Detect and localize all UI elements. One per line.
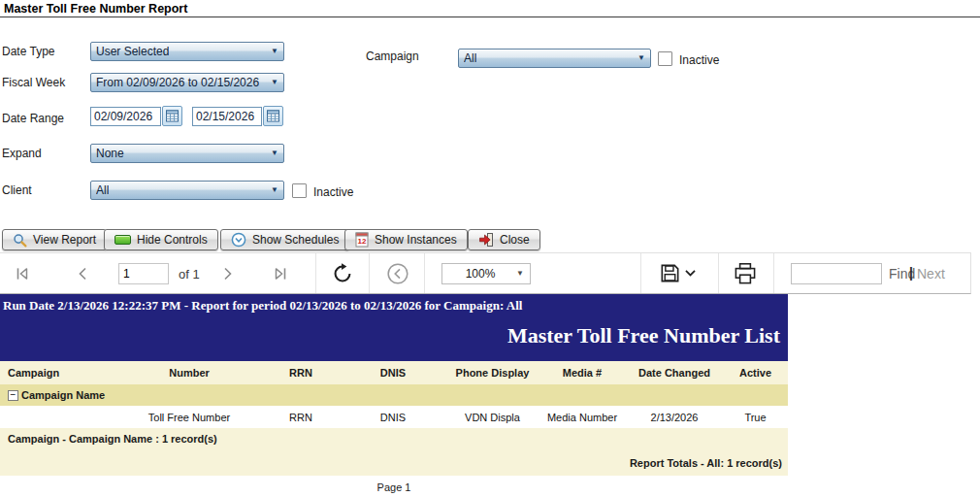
date-end-input[interactable]	[192, 107, 262, 126]
campaign-inactive-checkbox[interactable]	[658, 51, 672, 66]
exit-door-icon	[478, 232, 494, 248]
cell-phone-display: VDN Displa	[446, 412, 539, 423]
show-schedules-label: Show Schedules	[252, 233, 339, 247]
campaign-group-row: − Campaign Name	[0, 384, 788, 406]
toolbar-separator	[369, 253, 370, 293]
campaign-value: All	[464, 51, 476, 65]
column-header: Campaign	[0, 367, 116, 379]
report-run-line: Run Date 2/13/2026 12:22:37 PM - Report …	[3, 298, 522, 314]
group-record-count: Campaign - Campaign Name : 1 record(s)	[8, 433, 217, 445]
chevron-down-icon	[684, 267, 697, 280]
report-header-band: Run Date 2/13/2026 12:22:37 PM - Report …	[0, 294, 788, 361]
fiscal-week-value: From 02/09/2026 to 02/15/2026	[96, 76, 259, 89]
date-start-input[interactable]	[90, 107, 161, 126]
show-schedules-button[interactable]: Show Schedules	[220, 229, 349, 250]
search-icon	[13, 233, 27, 248]
column-header: RRN	[262, 367, 340, 379]
save-icon	[660, 263, 680, 283]
zoom-value: 100%	[448, 267, 512, 281]
panel-icon	[114, 235, 131, 245]
campaign-label: Campaign	[366, 50, 419, 63]
campaign-group-label: Campaign Name	[21, 389, 105, 401]
calendar-page-icon: 12	[355, 232, 369, 248]
chevron-down-icon: ▼	[267, 186, 278, 194]
cell-rrn: RRN	[262, 412, 340, 423]
date-start-calendar-button[interactable]	[162, 106, 182, 126]
calendar-icon	[166, 110, 179, 122]
column-header: Active	[723, 367, 788, 379]
zoom-dropdown[interactable]: 100% ▼	[441, 263, 531, 284]
toolbar-separator	[773, 253, 774, 293]
toolbar-separator	[315, 253, 316, 293]
client-inactive-label: Inactive	[313, 185, 353, 199]
chevron-down-icon: ▼	[267, 79, 278, 86]
close-button[interactable]: Close	[468, 229, 540, 250]
date-type-dropdown[interactable]: User Selected ▼	[90, 42, 284, 61]
app-window: Master Toll Free Number Report Date Type…	[0, 0, 980, 497]
printer-icon	[734, 262, 757, 285]
show-instances-button[interactable]: 12 Show Instances	[344, 229, 468, 250]
report-footer-block: Campaign - Campaign Name : 1 record(s) R…	[0, 428, 788, 476]
report-title: Master Toll Free Number List	[507, 323, 780, 348]
find-next-separator: |	[909, 265, 913, 281]
svg-text:12: 12	[358, 237, 367, 246]
chevron-down-icon: ▼	[512, 270, 524, 278]
fiscal-week-dropdown[interactable]: From 02/09/2026 to 02/15/2026 ▼	[90, 73, 284, 92]
view-report-label: View Report	[33, 233, 96, 247]
date-end-calendar-button[interactable]	[263, 106, 283, 126]
client-dropdown[interactable]: All ▼	[90, 181, 284, 200]
table-row: Toll Free Number RRN DNIS VDN Displa Med…	[0, 406, 788, 428]
toolbar-separator	[640, 253, 641, 293]
report-column-headers: Campaign Number RRN DNIS Phone Display M…	[0, 361, 788, 384]
hide-controls-button[interactable]: Hide Controls	[104, 229, 218, 250]
report-viewer-toolbar: of 1 100%	[0, 252, 971, 294]
cell-number: Toll Free Number	[116, 412, 262, 423]
cell-dnis: DNIS	[340, 412, 446, 423]
print-button[interactable]	[734, 253, 757, 293]
chevron-down-icon: ▼	[267, 48, 278, 55]
show-instances-label: Show Instances	[375, 233, 457, 247]
cell-date-changed: 2/13/2026	[626, 412, 723, 423]
last-page-button[interactable]	[272, 253, 289, 293]
view-report-button[interactable]: View Report	[2, 229, 107, 250]
calendar-icon	[267, 110, 279, 122]
schedule-clock-icon	[231, 232, 246, 248]
expand-value: None	[96, 147, 124, 160]
title-divider	[0, 17, 980, 17]
refresh-button[interactable]	[331, 253, 354, 293]
column-header: Media #	[539, 367, 626, 379]
expand-label: Expand	[2, 147, 42, 160]
client-label: Client	[2, 183, 32, 197]
cell-active: True	[723, 412, 788, 423]
date-type-label: Date Type	[2, 45, 54, 58]
client-inactive-checkbox[interactable]	[292, 183, 307, 198]
campaign-dropdown[interactable]: All ▼	[458, 49, 651, 68]
previous-page-button[interactable]	[76, 253, 91, 293]
next-page-button[interactable]	[219, 253, 235, 293]
cell-media: Media Number	[539, 412, 626, 423]
campaign-inactive-label: Inactive	[679, 53, 719, 67]
export-save-button[interactable]	[660, 253, 697, 293]
find-input[interactable]	[791, 263, 882, 284]
report-body: Run Date 2/13/2026 12:22:37 PM - Report …	[0, 294, 788, 495]
toolbar-separator	[718, 253, 719, 293]
expand-dropdown[interactable]: None ▼	[90, 144, 284, 163]
column-header: Date Changed	[626, 367, 723, 379]
back-button[interactable]	[386, 253, 409, 293]
hide-controls-label: Hide Controls	[137, 233, 208, 247]
page-number-footer: Page 1	[0, 476, 788, 495]
find-next-button[interactable]: Next	[917, 266, 945, 282]
chevron-down-icon: ▼	[634, 54, 645, 62]
first-page-button[interactable]	[14, 253, 31, 293]
chevron-down-icon: ▼	[267, 149, 278, 157]
page-title: Master Toll Free Number Report	[4, 2, 187, 16]
date-type-value: User Selected	[96, 45, 169, 58]
date-range-label: Date Range	[2, 112, 64, 125]
client-value: All	[96, 183, 109, 197]
collapse-toggle-icon[interactable]: −	[8, 390, 18, 401]
page-number-input[interactable]	[118, 263, 169, 284]
page-count-label: of 1	[179, 267, 200, 282]
close-label: Close	[500, 233, 530, 247]
column-header: Number	[116, 367, 262, 379]
column-header: Phone Display	[446, 367, 539, 379]
